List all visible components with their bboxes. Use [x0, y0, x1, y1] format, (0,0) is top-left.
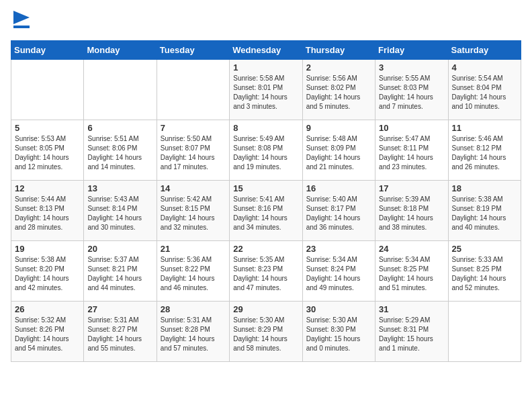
calendar-cell: 8Sunrise: 5:49 AM Sunset: 8:08 PM Daylig…	[230, 120, 302, 181]
calendar-cell: 4Sunrise: 5:54 AM Sunset: 8:04 PM Daylig…	[448, 60, 521, 120]
day-number: 30	[306, 304, 371, 314]
calendar-cell: 19Sunrise: 5:38 AM Sunset: 8:20 PM Dayli…	[11, 241, 84, 302]
calendar-cell: 26Sunrise: 5:32 AM Sunset: 8:26 PM Dayli…	[11, 302, 84, 362]
day-number: 2	[306, 62, 371, 73]
day-info: Sunrise: 5:56 AM Sunset: 8:02 PM Dayligh…	[306, 74, 371, 111]
calendar-cell: 10Sunrise: 5:47 AM Sunset: 8:11 PM Dayli…	[375, 120, 448, 181]
day-number: 22	[233, 244, 298, 254]
day-header-saturday: Saturday	[448, 41, 521, 60]
calendar-week-row: 5Sunrise: 5:53 AM Sunset: 8:05 PM Daylig…	[11, 120, 521, 181]
calendar-cell: 9Sunrise: 5:48 AM Sunset: 8:09 PM Daylig…	[302, 120, 375, 181]
day-info: Sunrise: 5:46 AM Sunset: 8:12 PM Dayligh…	[452, 134, 517, 172]
day-info: Sunrise: 5:54 AM Sunset: 8:04 PM Dayligh…	[452, 74, 517, 111]
page-header	[11, 11, 521, 32]
day-number: 16	[306, 183, 371, 193]
calendar-cell: 14Sunrise: 5:42 AM Sunset: 8:15 PM Dayli…	[157, 181, 229, 241]
day-number: 3	[379, 62, 444, 73]
calendar-cell: 21Sunrise: 5:36 AM Sunset: 8:22 PM Dayli…	[157, 241, 229, 302]
calendar-week-row: 19Sunrise: 5:38 AM Sunset: 8:20 PM Dayli…	[11, 241, 521, 302]
calendar-cell: 30Sunrise: 5:30 AM Sunset: 8:30 PM Dayli…	[302, 302, 375, 362]
calendar-cell: 7Sunrise: 5:50 AM Sunset: 8:07 PM Daylig…	[157, 120, 229, 181]
calendar-cell: 27Sunrise: 5:31 AM Sunset: 8:27 PM Dayli…	[84, 302, 157, 362]
day-number: 14	[161, 183, 226, 193]
day-header-friday: Friday	[375, 41, 448, 60]
day-number: 26	[15, 304, 80, 314]
calendar-cell: 23Sunrise: 5:34 AM Sunset: 8:24 PM Dayli…	[302, 241, 375, 302]
calendar-cell: 28Sunrise: 5:31 AM Sunset: 8:28 PM Dayli…	[157, 302, 229, 362]
day-info: Sunrise: 5:32 AM Sunset: 8:26 PM Dayligh…	[15, 316, 80, 353]
calendar-week-row: 1Sunrise: 5:58 AM Sunset: 8:01 PM Daylig…	[11, 60, 521, 120]
day-info: Sunrise: 5:43 AM Sunset: 8:14 PM Dayligh…	[87, 195, 152, 232]
day-info: Sunrise: 5:42 AM Sunset: 8:15 PM Dayligh…	[161, 195, 226, 232]
calendar-cell: 11Sunrise: 5:46 AM Sunset: 8:12 PM Dayli…	[448, 120, 521, 181]
calendar-cell: 6Sunrise: 5:51 AM Sunset: 8:06 PM Daylig…	[84, 120, 157, 181]
calendar-cell: 17Sunrise: 5:39 AM Sunset: 8:18 PM Dayli…	[375, 181, 448, 241]
calendar-cell: 18Sunrise: 5:38 AM Sunset: 8:19 PM Dayli…	[448, 181, 521, 241]
calendar-cell: 3Sunrise: 5:55 AM Sunset: 8:03 PM Daylig…	[375, 60, 448, 120]
calendar-cell: 24Sunrise: 5:34 AM Sunset: 8:25 PM Dayli…	[375, 241, 448, 302]
day-number: 24	[379, 244, 444, 254]
day-info: Sunrise: 5:48 AM Sunset: 8:09 PM Dayligh…	[306, 134, 371, 172]
calendar-table: SundayMondayTuesdayWednesdayThursdayFrid…	[11, 40, 521, 362]
day-info: Sunrise: 5:31 AM Sunset: 8:28 PM Dayligh…	[161, 316, 226, 353]
day-header-monday: Monday	[84, 41, 157, 60]
day-info: Sunrise: 5:50 AM Sunset: 8:07 PM Dayligh…	[161, 134, 226, 172]
calendar-cell: 22Sunrise: 5:35 AM Sunset: 8:23 PM Dayli…	[230, 241, 302, 302]
day-info: Sunrise: 5:31 AM Sunset: 8:27 PM Dayligh…	[87, 316, 152, 353]
day-header-thursday: Thursday	[302, 41, 375, 60]
day-number: 31	[379, 304, 444, 314]
calendar-cell: 25Sunrise: 5:33 AM Sunset: 8:25 PM Dayli…	[448, 241, 521, 302]
day-number: 7	[161, 123, 226, 133]
day-number: 9	[306, 123, 371, 133]
calendar-header-row: SundayMondayTuesdayWednesdayThursdayFrid…	[11, 41, 521, 60]
calendar-cell: 5Sunrise: 5:53 AM Sunset: 8:05 PM Daylig…	[11, 120, 84, 181]
calendar-cell: 31Sunrise: 5:29 AM Sunset: 8:31 PM Dayli…	[375, 302, 448, 362]
calendar-cell	[157, 60, 229, 120]
day-info: Sunrise: 5:51 AM Sunset: 8:06 PM Dayligh…	[87, 134, 152, 172]
day-info: Sunrise: 5:41 AM Sunset: 8:16 PM Dayligh…	[233, 195, 298, 232]
day-number: 19	[15, 244, 80, 254]
calendar-cell: 12Sunrise: 5:44 AM Sunset: 8:13 PM Dayli…	[11, 181, 84, 241]
day-info: Sunrise: 5:58 AM Sunset: 8:01 PM Dayligh…	[233, 74, 298, 111]
day-header-sunday: Sunday	[11, 41, 84, 60]
calendar-cell: 13Sunrise: 5:43 AM Sunset: 8:14 PM Dayli…	[84, 181, 157, 241]
day-header-tuesday: Tuesday	[157, 41, 229, 60]
day-number: 23	[306, 244, 371, 254]
day-info: Sunrise: 5:36 AM Sunset: 8:22 PM Dayligh…	[161, 255, 226, 293]
day-info: Sunrise: 5:49 AM Sunset: 8:08 PM Dayligh…	[233, 134, 298, 172]
calendar-cell: 20Sunrise: 5:37 AM Sunset: 8:21 PM Dayli…	[84, 241, 157, 302]
day-number: 29	[233, 304, 298, 314]
day-number: 1	[233, 62, 298, 73]
day-number: 25	[452, 244, 517, 254]
day-info: Sunrise: 5:34 AM Sunset: 8:24 PM Dayligh…	[306, 255, 371, 293]
day-number: 21	[161, 244, 226, 254]
day-info: Sunrise: 5:38 AM Sunset: 8:20 PM Dayligh…	[15, 255, 80, 293]
day-info: Sunrise: 5:34 AM Sunset: 8:25 PM Dayligh…	[379, 255, 444, 293]
day-number: 18	[452, 183, 517, 193]
day-info: Sunrise: 5:53 AM Sunset: 8:05 PM Dayligh…	[15, 134, 80, 172]
day-info: Sunrise: 5:30 AM Sunset: 8:29 PM Dayligh…	[233, 316, 298, 353]
calendar-cell	[84, 60, 157, 120]
day-info: Sunrise: 5:35 AM Sunset: 8:23 PM Dayligh…	[233, 255, 298, 293]
day-number: 15	[233, 183, 298, 193]
day-info: Sunrise: 5:30 AM Sunset: 8:30 PM Dayligh…	[306, 316, 371, 353]
logo-icon	[13, 11, 30, 31]
day-header-wednesday: Wednesday	[230, 41, 302, 60]
calendar-week-row: 12Sunrise: 5:44 AM Sunset: 8:13 PM Dayli…	[11, 181, 521, 241]
day-number: 12	[15, 183, 80, 193]
day-info: Sunrise: 5:33 AM Sunset: 8:25 PM Dayligh…	[452, 255, 517, 293]
day-info: Sunrise: 5:47 AM Sunset: 8:11 PM Dayligh…	[379, 134, 444, 172]
day-number: 17	[379, 183, 444, 193]
day-number: 5	[15, 123, 80, 133]
day-number: 10	[379, 123, 444, 133]
day-number: 28	[161, 304, 226, 314]
day-number: 4	[452, 62, 517, 73]
day-number: 20	[87, 244, 152, 254]
day-info: Sunrise: 5:37 AM Sunset: 8:21 PM Dayligh…	[87, 255, 152, 293]
calendar-cell	[11, 60, 84, 120]
day-number: 8	[233, 123, 298, 133]
svg-marker-0	[13, 11, 30, 24]
calendar-cell: 1Sunrise: 5:58 AM Sunset: 8:01 PM Daylig…	[230, 60, 302, 120]
day-info: Sunrise: 5:38 AM Sunset: 8:19 PM Dayligh…	[452, 195, 517, 232]
day-info: Sunrise: 5:29 AM Sunset: 8:31 PM Dayligh…	[379, 316, 444, 353]
